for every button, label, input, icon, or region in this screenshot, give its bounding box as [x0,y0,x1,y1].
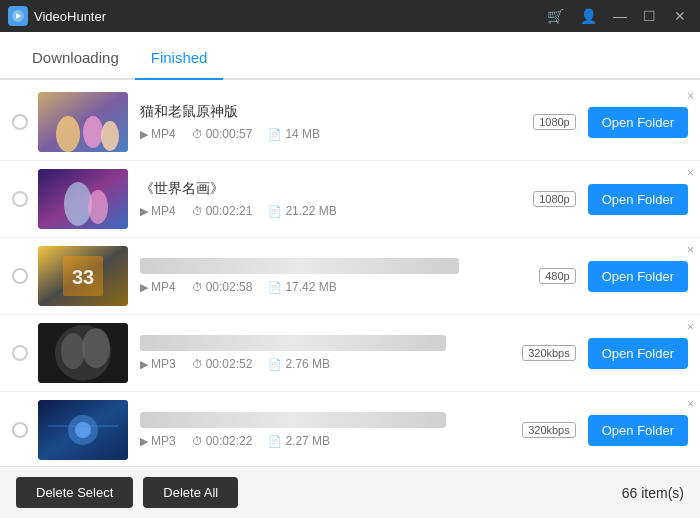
svg-point-7 [88,190,108,224]
open-folder-button[interactable]: Open Folder [588,415,688,446]
open-folder-button[interactable]: Open Folder [588,338,688,369]
delete-all-button[interactable]: Delete All [143,477,238,508]
svg-point-14 [82,328,110,368]
quality-badge: 320kbps [522,422,576,438]
svg-point-3 [83,116,103,148]
list-item: 《世界名画》▶ MP4⏱ 00:02:21📄 21.22 MB1080pOpen… [0,161,700,238]
svg-point-6 [64,182,92,226]
item-size: 📄 14 MB [268,127,320,141]
thumbnail [38,169,128,229]
thumbnail: 33 [38,246,128,306]
item-duration: ⏱ 00:02:58 [192,280,253,294]
item-info: 猫和老鼠原神版▶ MP4⏱ 00:00:57📄 14 MB [140,103,533,141]
item-size: 📄 17.42 MB [268,280,336,294]
item-duration: ⏱ 00:02:21 [192,204,253,218]
select-radio[interactable] [12,191,28,207]
item-duration: ⏱ 00:02:52 [192,357,253,371]
item-format: ▶ MP4 [140,280,176,294]
item-format: ▶ MP3 [140,434,176,448]
item-title: 猫和老鼠原神版 [140,103,533,121]
delete-select-button[interactable]: Delete Select [16,477,133,508]
clock-icon: ⏱ [192,128,203,140]
quality-badge: 480p [539,268,575,284]
select-radio[interactable] [12,422,28,438]
svg-text:33: 33 [72,266,94,288]
close-icon[interactable]: ✕ [668,6,692,26]
file-icon: 📄 [268,358,282,371]
tab-finished[interactable]: Finished [135,37,224,80]
remove-item-button[interactable]: × [687,398,694,410]
svg-rect-18 [48,425,118,427]
open-folder-button[interactable]: Open Folder [588,261,688,292]
svg-point-17 [75,422,91,438]
clock-icon: ⏱ [192,205,203,217]
select-radio[interactable] [12,268,28,284]
item-info: ▶ MP3⏱ 00:02:22📄 2.27 MB [140,412,522,448]
open-folder-button[interactable]: Open Folder [588,184,688,215]
list-item: 33 ▶ MP4⏱ 00:02:58📄 17.42 MB480pOpen Fol… [0,238,700,315]
file-icon: 📄 [268,128,282,141]
item-size: 📄 2.76 MB [268,357,330,371]
quality-badge: 320kbps [522,345,576,361]
file-icon: 📄 [268,205,282,218]
item-size: 📄 2.27 MB [268,434,330,448]
remove-item-button[interactable]: × [687,90,694,102]
window-controls: 🛒 👤 — ☐ ✕ [543,6,692,26]
maximize-icon[interactable]: ☐ [639,6,660,26]
minimize-icon[interactable]: — [609,6,631,26]
item-count: 66 item(s) [622,485,684,501]
item-info: 《世界名画》▶ MP4⏱ 00:02:21📄 21.22 MB [140,180,533,218]
clock-icon: ⏱ [192,358,203,370]
clock-icon: ⏱ [192,435,203,447]
app-title: VideoHunter [34,9,543,24]
item-info: ▶ MP3⏱ 00:02:52📄 2.76 MB [140,335,522,371]
item-title-blurred [140,412,446,428]
thumbnail [38,92,128,152]
remove-item-button[interactable]: × [687,244,694,256]
item-meta: ▶ MP3⏱ 00:02:52📄 2.76 MB [140,357,522,371]
cart-icon[interactable]: 🛒 [543,6,568,26]
remove-item-button[interactable]: × [687,167,694,179]
item-meta: ▶ MP4⏱ 00:02:58📄 17.42 MB [140,280,539,294]
tabs-bar: Downloading Finished [0,32,700,80]
format-icon: ▶ [140,281,148,294]
item-size: 📄 21.22 MB [268,204,336,218]
tab-downloading[interactable]: Downloading [16,37,135,80]
item-meta: ▶ MP4⏱ 00:00:57📄 14 MB [140,127,533,141]
item-title-blurred [140,258,459,274]
item-title: 《世界名画》 [140,180,533,198]
item-info: ▶ MP4⏱ 00:02:58📄 17.42 MB [140,258,539,294]
quality-badge: 1080p [533,114,576,130]
item-duration: ⏱ 00:02:22 [192,434,253,448]
remove-item-button[interactable]: × [687,321,694,333]
title-bar: VideoHunter 🛒 👤 — ☐ ✕ [0,0,700,32]
item-duration: ⏱ 00:00:57 [192,127,253,141]
open-folder-button[interactable]: Open Folder [588,107,688,138]
item-format: ▶ MP3 [140,357,176,371]
select-radio[interactable] [12,114,28,130]
format-icon: ▶ [140,435,148,448]
thumbnail [38,400,128,460]
app-logo [8,6,28,26]
item-meta: ▶ MP3⏱ 00:02:22📄 2.27 MB [140,434,522,448]
content-list: 猫和老鼠原神版▶ MP4⏱ 00:00:57📄 14 MB1080pOpen F… [0,80,700,466]
select-radio[interactable] [12,345,28,361]
quality-badge: 1080p [533,191,576,207]
list-item: 猫和老鼠原神版▶ MP4⏱ 00:00:57📄 14 MB1080pOpen F… [0,84,700,161]
item-meta: ▶ MP4⏱ 00:02:21📄 21.22 MB [140,204,533,218]
svg-point-4 [101,121,119,151]
user-icon[interactable]: 👤 [576,6,601,26]
item-format: ▶ MP4 [140,204,176,218]
svg-point-2 [56,116,80,152]
format-icon: ▶ [140,128,148,141]
clock-icon: ⏱ [192,281,203,293]
footer: Delete Select Delete All 66 item(s) [0,466,700,518]
list-item: ▶ MP3⏱ 00:02:22📄 2.27 MB320kbpsOpen Fold… [0,392,700,466]
item-format: ▶ MP4 [140,127,176,141]
format-icon: ▶ [140,205,148,218]
format-icon: ▶ [140,358,148,371]
file-icon: 📄 [268,281,282,294]
item-title-blurred [140,335,446,351]
thumbnail [38,323,128,383]
list-item: ▶ MP3⏱ 00:02:52📄 2.76 MB320kbpsOpen Fold… [0,315,700,392]
